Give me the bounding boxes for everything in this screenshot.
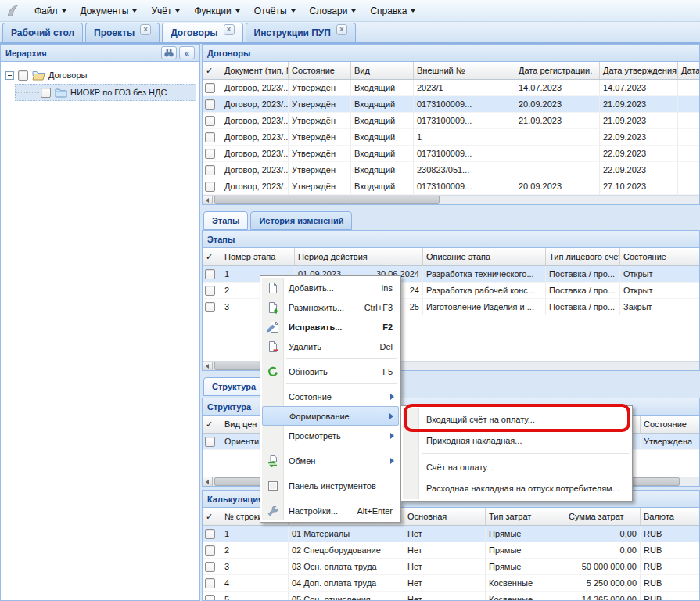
table-row[interactable]: Договор, 2023/... Утверждён Входящий 017… (203, 113, 699, 129)
row-checkbox[interactable] (205, 116, 215, 126)
row-checkbox[interactable] (205, 578, 215, 588)
row-checkbox[interactable] (205, 269, 215, 279)
menu-item-settings[interactable]: Настройки... Alt+Enter (262, 501, 399, 520)
column-main[interactable]: Основная (404, 508, 486, 525)
menu-item-exchange[interactable]: Обмен (262, 451, 399, 470)
menu-item-state[interactable]: Состояние (262, 387, 399, 406)
search-button[interactable] (161, 46, 177, 59)
cell-currency: RUB (641, 592, 700, 601)
column-account-type[interactable]: Тип лицевого счёт (546, 248, 620, 265)
submenu-item-incoming-invoice[interactable]: Входящий счёт на оплату... (403, 408, 630, 430)
table-row[interactable]: 5 05 Соц. отчисления Нет Косвенные 14 36… (203, 592, 699, 601)
table-row[interactable]: 2 02 Спецоборудование Нет Прямые 0,00 RU… (203, 542, 699, 559)
column-external-no[interactable]: Внешний № (414, 62, 515, 79)
row-checkbox[interactable] (205, 595, 215, 601)
tab-desktop[interactable]: Рабочий стол (2, 23, 83, 42)
menu-help[interactable]: Справка (363, 2, 422, 20)
column-period[interactable]: Период действия (295, 248, 423, 265)
tab-structure[interactable]: Структура (203, 377, 264, 396)
menu-item-label: Просмотреть (284, 431, 390, 441)
chevron-down-icon (235, 9, 240, 13)
menu-item-view[interactable]: Просмотреть (262, 426, 399, 445)
submenu-item-invoice[interactable]: Счёт на оплату... (403, 456, 630, 477)
row-checkbox[interactable] (205, 562, 215, 572)
menu-reports[interactable]: Отчёты (247, 2, 303, 20)
scroll-left-button[interactable] (203, 362, 213, 370)
scroll-left-button[interactable] (203, 196, 213, 204)
row-checkbox[interactable] (205, 149, 215, 159)
column-document[interactable]: Документ (тип, № (221, 62, 289, 79)
menu-item-edit[interactable]: Исправить... F2 (262, 317, 399, 336)
horizontal-scrollbar[interactable] (203, 195, 699, 204)
cell-external-no: 0173100009... (414, 113, 515, 129)
submenu-item-incoming-waybill[interactable]: Приходная накладная... (403, 430, 630, 451)
row-checkbox[interactable] (205, 99, 215, 110)
node-checkbox[interactable] (18, 70, 28, 81)
menu-item-refresh[interactable]: Обновить F5 (262, 362, 399, 381)
collapse-panel-button[interactable]: « (179, 46, 195, 59)
row-checkbox[interactable] (205, 437, 215, 447)
menu-item-toolbar[interactable]: Панель инструментов (262, 476, 399, 495)
scroll-left-button[interactable] (203, 477, 213, 486)
contracts-panel-header: Договоры (203, 45, 699, 62)
column-cost-sum[interactable]: Сумма затрат (565, 508, 641, 525)
menu-item-delete[interactable]: Удалить Del (262, 336, 399, 356)
row-checkbox[interactable] (205, 182, 215, 192)
column-check[interactable]: ✓ (203, 62, 221, 79)
collapse-node-icon[interactable] (5, 71, 14, 80)
tab-contracts[interactable]: Договоры× (162, 23, 242, 42)
table-row-selected[interactable]: 1 01 Материалы Нет Прямые 0,00 RUB (203, 526, 699, 542)
table-row[interactable]: Договор, 2023/... Утверждён Входящий 1 2… (203, 129, 699, 146)
column-check[interactable]: ✓ (203, 416, 221, 433)
column-kind[interactable]: Вид (351, 62, 414, 79)
table-row[interactable]: Договор, 2023/... Утверждён Входящий 202… (203, 80, 699, 96)
column-check[interactable]: ✓ (203, 248, 221, 265)
column-date[interactable]: Дата (678, 62, 700, 79)
tab-stages[interactable]: Этапы (203, 211, 248, 230)
close-icon[interactable]: × (336, 24, 347, 35)
submenu-arrow-icon (390, 394, 394, 400)
column-check[interactable]: ✓ (203, 508, 221, 525)
row-checkbox[interactable] (205, 165, 215, 175)
menu-accounting[interactable]: Учёт (144, 2, 187, 20)
row-checkbox[interactable] (205, 286, 215, 296)
row-checkbox[interactable] (205, 529, 215, 539)
column-state[interactable]: Состояние (641, 416, 700, 433)
column-state[interactable]: Состояние (289, 62, 351, 79)
table-row[interactable]: Договор, 2023/... Утверждён Входящий 017… (203, 146, 699, 162)
menu-item-forming[interactable]: Формирование (262, 406, 399, 426)
node-checkbox[interactable] (41, 88, 51, 98)
tab-instructions[interactable]: Инструкции ПУП× (246, 23, 356, 42)
table-row-selected[interactable]: Договор, 2023/... Утверждён Входящий 017… (203, 96, 699, 113)
column-stage-no[interactable]: Номер этапа (221, 248, 295, 265)
table-row[interactable]: Договор, 2023/... Утверждён Входящий 230… (203, 162, 699, 178)
submenu-item-outgoing-waybill[interactable]: Расходная накладная на отпуск потребител… (403, 477, 630, 498)
menu-documents[interactable]: Документы (74, 2, 145, 20)
menu-functions[interactable]: Функции (187, 2, 246, 20)
column-cost-type[interactable]: Тип затрат (486, 508, 565, 525)
row-checkbox[interactable] (205, 83, 215, 93)
close-icon[interactable]: × (140, 24, 151, 35)
tree-node-contracts[interactable]: Договоры (4, 67, 196, 84)
column-state[interactable]: Состояние (620, 248, 700, 265)
row-checkbox[interactable] (205, 545, 215, 556)
row-checkbox[interactable] (205, 302, 215, 312)
cell-cost-item: 01 Материалы (289, 526, 404, 542)
column-reg-date[interactable]: Дата регистрации. (515, 62, 600, 79)
table-row[interactable]: 3 03 Осн. оплата труда Нет Прямые 50 000… (203, 559, 699, 575)
menu-item-duplicate[interactable]: Размножить... Ctrl+F3 (262, 297, 399, 317)
scrollbar-thumb[interactable] (214, 196, 440, 204)
row-checkbox[interactable] (205, 132, 215, 142)
column-description[interactable]: Описание этапа (423, 248, 546, 265)
tab-projects[interactable]: Проекты× (85, 23, 160, 42)
table-row[interactable]: 4 04 Доп. оплата труда Нет Косвенные 5 2… (203, 575, 699, 592)
menu-dictionaries[interactable]: Словари (303, 2, 364, 20)
tree-node-niokr[interactable]: НИОКР по ГОЗ без НДС (15, 84, 196, 101)
menu-item-add[interactable]: Добавить... Ins (262, 278, 399, 297)
table-row[interactable]: Договор, 2023/... Утверждён Входящий 017… (203, 178, 699, 195)
column-approve-date[interactable]: Дата утверждения (600, 62, 678, 79)
tab-history[interactable]: История изменений (250, 211, 352, 230)
menu-file[interactable]: Файл (27, 2, 74, 20)
column-currency[interactable]: Валюта (641, 508, 700, 525)
close-icon[interactable]: × (224, 24, 235, 35)
